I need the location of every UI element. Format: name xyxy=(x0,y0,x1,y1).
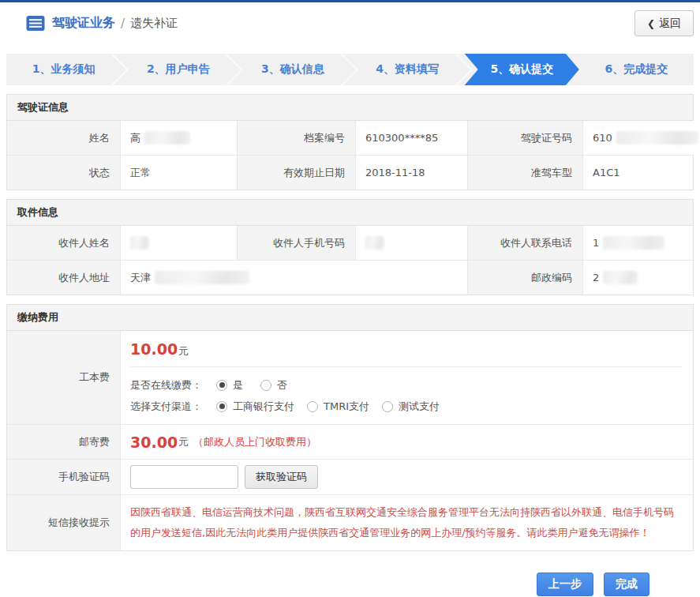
step-label: 5、确认提交 xyxy=(490,62,553,77)
sms-tip-content: 因陕西省联通、电信运营商技术问题，陕西省互联网交通安全综合服务管理平台无法向持陕… xyxy=(120,495,693,550)
previous-step-button[interactable]: 上一步 xyxy=(537,573,593,596)
pay-channel-choice: 选择支付渠道： 工商银行支付 TMRI支付 测试支付 xyxy=(130,396,682,417)
redacted-value xyxy=(365,236,384,250)
step-2-user-declaration[interactable]: 2、用户申告 xyxy=(121,54,235,85)
mail-fee-amount: 30.00 xyxy=(130,434,178,451)
radio-label-tmri[interactable]: TMRI支付 xyxy=(324,400,369,414)
radio-online-pay-yes[interactable] xyxy=(216,380,227,391)
recipient-phone-value: 1 xyxy=(582,226,693,260)
expiry-label: 有效期止日期 xyxy=(237,156,355,190)
step-wizard: 1、业务须知 2、用户申告 3、确认信息 4、资料填写 5、确认提交 6、完成提… xyxy=(6,54,694,85)
footer-actions: 上一步 完成 xyxy=(0,573,649,596)
divider xyxy=(130,366,682,367)
vehicle-type-value: A1C1 xyxy=(582,156,693,190)
sms-tip-row: 短信接收提示 因陕西省联通、电信运营商技术问题，陕西省互联网交通安全综合服务管理… xyxy=(7,494,693,550)
address-value: 天津 xyxy=(120,261,467,295)
recipient-phone-text: 1 xyxy=(593,237,599,249)
step-6-complete-submit[interactable]: 6、完成提交 xyxy=(579,54,694,85)
step-label: 3、确认信息 xyxy=(261,62,324,77)
mail-fee-content: 30.00元 （邮政人员上门收取费用） xyxy=(120,425,693,459)
table-row: 收件人地址 天津 邮政编码 2 xyxy=(7,260,693,295)
radio-channel-icbc[interactable] xyxy=(216,401,227,412)
recipient-phone-label: 收件人联系电话 xyxy=(467,226,582,260)
radio-label-yes[interactable]: 是 xyxy=(233,378,243,392)
pay-channel-question: 选择支付渠道： xyxy=(130,400,202,414)
radio-channel-tmri[interactable] xyxy=(307,401,318,412)
file-no-label: 档案编号 xyxy=(237,121,355,155)
file-no-value: 610300****85 xyxy=(355,121,467,155)
production-fee-amount: 10.00 xyxy=(130,340,178,358)
mail-fee-label: 邮寄费 xyxy=(7,425,120,459)
page: 驾驶证业务 / 遗失补证 ❮ 返回 1、业务须知 2、用户申告 3、确认信息 4… xyxy=(0,0,700,597)
redacted-value xyxy=(616,131,698,145)
table-row: 姓名 高 档案编号 610300****85 驾驶证号码 610 xyxy=(7,121,693,155)
step-3-confirm-info[interactable]: 3、确认信息 xyxy=(235,54,350,85)
address-label: 收件人地址 xyxy=(7,261,120,295)
radio-label-test[interactable]: 测试支付 xyxy=(399,400,440,414)
finish-button[interactable]: 完成 xyxy=(604,573,649,596)
step-label: 1、业务须知 xyxy=(32,62,95,77)
redacted-value xyxy=(155,271,249,284)
pickup-info-title: 取件信息 xyxy=(7,200,693,226)
chevron-left-icon: ❮ xyxy=(647,18,655,29)
redacted-value xyxy=(130,236,149,250)
get-captcha-button[interactable]: 获取验证码 xyxy=(245,465,318,489)
name-text: 高 xyxy=(130,131,140,145)
step-label: 2、用户申告 xyxy=(147,62,210,77)
breadcrumb-separator: / xyxy=(121,17,125,31)
license-info-section: 驾驶证信息 姓名 高 档案编号 610300****85 驾驶证号码 610 状… xyxy=(6,94,694,190)
name-value: 高 xyxy=(120,121,237,155)
step-5-confirm-submit-active[interactable]: 5、确认提交 xyxy=(465,54,579,85)
license-info-title: 驾驶证信息 xyxy=(7,95,693,121)
recipient-name-value xyxy=(120,226,237,260)
production-fee-row: 工本费 10.00元 是否在线缴费： 是 否 选择支付渠道： xyxy=(7,331,693,424)
radio-label-no[interactable]: 否 xyxy=(277,378,287,392)
online-pay-question: 是否在线缴费： xyxy=(130,378,202,392)
address-text: 天津 xyxy=(130,271,151,285)
captcha-label: 手机验证码 xyxy=(7,460,120,494)
redacted-value xyxy=(144,131,190,145)
captcha-input[interactable] xyxy=(130,465,238,489)
status-value: 正常 xyxy=(120,156,237,190)
online-pay-choice: 是否在线缴费： 是 否 xyxy=(130,374,682,396)
license-no-text: 610 xyxy=(593,132,612,144)
radio-channel-test[interactable] xyxy=(382,401,393,412)
mail-fee-row: 邮寄费 30.00元 （邮政人员上门收取费用） xyxy=(7,424,693,459)
captcha-content: 获取验证码 xyxy=(120,460,693,494)
back-button[interactable]: ❮ 返回 xyxy=(634,10,694,36)
production-fee-content: 10.00元 是否在线缴费： 是 否 选择支付渠道： 工商银行支付 xyxy=(120,331,693,424)
license-no-label: 驾驶证号码 xyxy=(467,121,582,155)
sms-tip-text: 因陕西省联通、电信运营商技术问题，陕西省互联网交通安全综合服务管理平台无法向持陕… xyxy=(130,495,693,550)
radio-online-pay-no[interactable] xyxy=(260,380,271,391)
radio-label-icbc[interactable]: 工商银行支付 xyxy=(233,400,294,414)
postcode-value: 2 xyxy=(582,261,693,295)
redacted-value xyxy=(603,236,664,250)
captcha-row: 手机验证码 获取验证码 xyxy=(7,459,693,494)
production-fee-amount-line: 10.00元 xyxy=(130,339,682,359)
status-label: 状态 xyxy=(7,156,120,190)
table-row: 状态 正常 有效期止日期 2018-11-18 准驾车型 A1C1 xyxy=(7,155,693,190)
expiry-value: 2018-11-18 xyxy=(355,156,467,190)
step-label: 6、完成提交 xyxy=(605,62,668,77)
pickup-info-section: 取件信息 收件人姓名 收件人手机号码 收件人联系电话 1 收件人地址 天津 邮政… xyxy=(6,199,694,295)
name-label: 姓名 xyxy=(7,121,120,155)
license-service-icon xyxy=(26,15,45,32)
currency-unit: 元 xyxy=(178,345,189,357)
recipient-mobile-label: 收件人手机号码 xyxy=(237,226,355,260)
breadcrumb-current: 遗失补证 xyxy=(130,16,178,31)
production-fee-label: 工本费 xyxy=(7,331,120,424)
back-button-label: 返回 xyxy=(659,17,681,31)
recipient-mobile-value xyxy=(355,226,467,260)
step-1-business-notice[interactable]: 1、业务须知 xyxy=(6,54,121,85)
license-no-value: 610 xyxy=(582,121,698,155)
currency-unit: 元 xyxy=(178,435,189,449)
postcode-label: 邮政编码 xyxy=(467,261,582,295)
table-row: 收件人姓名 收件人手机号码 收件人联系电话 1 xyxy=(7,226,693,260)
redacted-value xyxy=(603,271,638,284)
fees-title: 缴纳费用 xyxy=(7,305,693,331)
page-header: 驾驶证业务 / 遗失补证 ❮ 返回 xyxy=(0,2,700,44)
postcode-text: 2 xyxy=(593,272,599,283)
fees-section: 缴纳费用 工本费 10.00元 是否在线缴费： 是 否 xyxy=(6,304,694,551)
sms-tip-label: 短信接收提示 xyxy=(7,495,120,550)
step-4-fill-data[interactable]: 4、资料填写 xyxy=(350,54,465,85)
